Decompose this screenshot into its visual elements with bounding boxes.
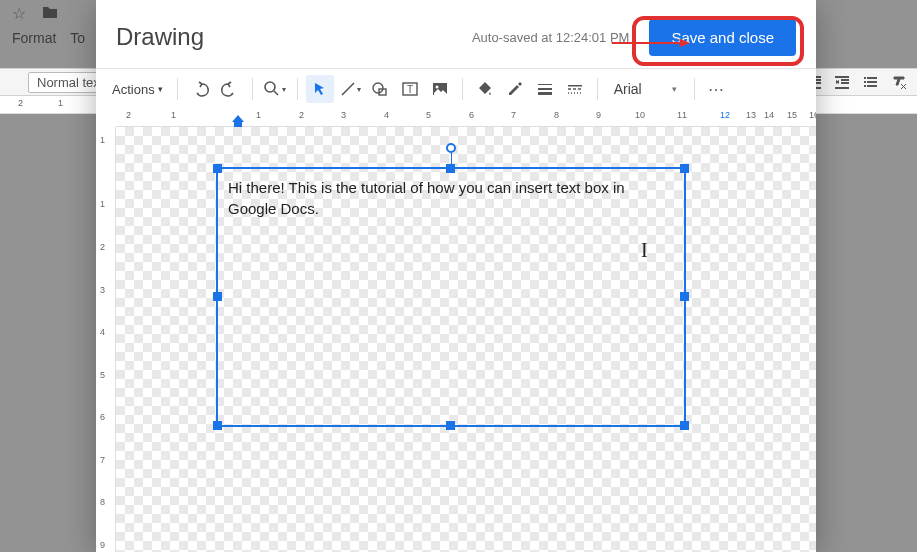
modal-title: Drawing bbox=[116, 23, 204, 51]
separator bbox=[177, 78, 178, 100]
border-color-button[interactable] bbox=[501, 75, 529, 103]
svg-point-5 bbox=[373, 83, 383, 93]
resize-handle-bl[interactable] bbox=[213, 421, 222, 430]
svg-text:T: T bbox=[407, 84, 413, 95]
resize-handle-mr[interactable] bbox=[680, 292, 689, 301]
svg-point-2 bbox=[265, 82, 275, 92]
svg-line-4 bbox=[342, 83, 354, 95]
resize-handle-tm[interactable] bbox=[446, 164, 455, 173]
separator bbox=[252, 78, 253, 100]
svg-rect-11 bbox=[538, 84, 552, 85]
vertical-ruler[interactable]: 1 1 2 3 4 5 6 7 8 9 bbox=[96, 127, 116, 552]
text-box-content[interactable]: Hi there! This is the tutorial of how yo… bbox=[218, 169, 684, 227]
separator bbox=[694, 78, 695, 100]
canvas-area: 2 1 1 2 3 4 5 6 7 8 9 10 11 12 13 14 15 … bbox=[96, 109, 816, 552]
modal-header: Drawing Auto-saved at 12:24:01 PM Save a… bbox=[96, 0, 816, 68]
svg-rect-14 bbox=[568, 85, 582, 87]
border-weight-button[interactable] bbox=[531, 75, 559, 103]
line-tool[interactable]: ▾ bbox=[336, 75, 364, 103]
redo-button[interactable] bbox=[216, 75, 244, 103]
font-selector[interactable]: Arial ▾ bbox=[606, 79, 686, 99]
autosave-status: Auto-saved at 12:24:01 PM bbox=[472, 30, 630, 45]
zoom-button[interactable]: ▾ bbox=[261, 75, 289, 103]
resize-handle-tl[interactable] bbox=[213, 164, 222, 173]
rotate-handle[interactable] bbox=[446, 143, 456, 153]
indent-marker-icon[interactable] bbox=[232, 115, 244, 122]
separator bbox=[462, 78, 463, 100]
drawing-toolbar: Actions ▾ ▾ ▾ T bbox=[96, 69, 816, 109]
image-tool[interactable] bbox=[426, 75, 454, 103]
svg-line-3 bbox=[274, 91, 278, 95]
more-options-button[interactable]: ⋯ bbox=[703, 75, 731, 103]
drawing-modal: Drawing Auto-saved at 12:24:01 PM Save a… bbox=[96, 0, 816, 552]
actions-menu[interactable]: Actions ▾ bbox=[106, 78, 169, 101]
list-icon bbox=[861, 72, 881, 92]
textbox-tool[interactable]: T bbox=[396, 75, 424, 103]
resize-handle-ml[interactable] bbox=[213, 292, 222, 301]
save-and-close-button[interactable]: Save and close bbox=[649, 19, 796, 56]
clear-format-icon bbox=[889, 72, 909, 92]
svg-point-10 bbox=[435, 86, 438, 89]
svg-rect-12 bbox=[538, 88, 552, 90]
svg-rect-13 bbox=[538, 92, 552, 95]
select-tool[interactable] bbox=[306, 75, 334, 103]
caret-down-icon: ▾ bbox=[672, 84, 677, 94]
bg-titlebar-icons: ☆ bbox=[0, 0, 70, 27]
undo-button[interactable] bbox=[186, 75, 214, 103]
caret-down-icon: ▾ bbox=[158, 84, 163, 94]
drawing-canvas[interactable]: Hi there! This is the tutorial of how yo… bbox=[116, 127, 816, 552]
resize-handle-bm[interactable] bbox=[446, 421, 455, 430]
bg-menubar: Format To bbox=[12, 30, 85, 46]
text-box-shape[interactable]: Hi there! This is the tutorial of how yo… bbox=[216, 167, 686, 427]
border-dash-button[interactable] bbox=[561, 75, 589, 103]
indent-increase-icon bbox=[833, 72, 853, 92]
menu-tools-truncated: To bbox=[70, 30, 85, 46]
separator bbox=[597, 78, 598, 100]
fill-color-button[interactable] bbox=[471, 75, 499, 103]
star-icon: ☆ bbox=[12, 4, 26, 23]
resize-handle-br[interactable] bbox=[680, 421, 689, 430]
separator bbox=[297, 78, 298, 100]
shape-tool[interactable] bbox=[366, 75, 394, 103]
horizontal-ruler[interactable]: 2 1 1 2 3 4 5 6 7 8 9 10 11 12 13 14 15 … bbox=[116, 109, 816, 127]
folder-icon bbox=[42, 5, 58, 23]
caret-down-icon: ▾ bbox=[282, 85, 286, 94]
caret-down-icon: ▾ bbox=[357, 85, 361, 94]
bg-right-toolbar bbox=[805, 72, 909, 92]
resize-handle-tr[interactable] bbox=[680, 164, 689, 173]
menu-format: Format bbox=[12, 30, 56, 46]
